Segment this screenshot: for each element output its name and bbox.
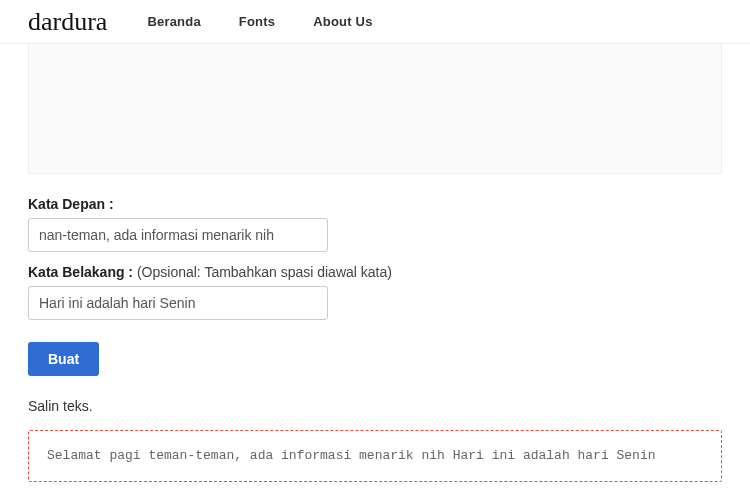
- create-button[interactable]: Buat: [28, 342, 99, 376]
- brand-logo[interactable]: dardura: [28, 7, 107, 37]
- back-word-label-text: Kata Belakang :: [28, 264, 133, 280]
- nav-link-about[interactable]: About Us: [313, 14, 372, 29]
- nav-link-fonts[interactable]: Fonts: [239, 14, 275, 29]
- nav-link-beranda[interactable]: Beranda: [147, 14, 200, 29]
- output-box[interactable]: Selamat pagi teman-teman, ada informasi …: [28, 430, 722, 482]
- front-word-input[interactable]: [28, 218, 328, 252]
- copy-label[interactable]: Salin teks.: [28, 398, 722, 414]
- front-word-label: Kata Depan :: [28, 196, 722, 212]
- back-word-optional-hint: (Opsional: Tambahkan spasi diawal kata): [133, 264, 392, 280]
- back-word-input[interactable]: [28, 286, 328, 320]
- preview-area: [28, 44, 722, 174]
- back-word-label: Kata Belakang : (Opsional: Tambahkan spa…: [28, 264, 722, 280]
- main-content: Kata Depan : Kata Belakang : (Opsional: …: [0, 44, 750, 482]
- header: dardura Beranda Fonts About Us: [0, 0, 750, 44]
